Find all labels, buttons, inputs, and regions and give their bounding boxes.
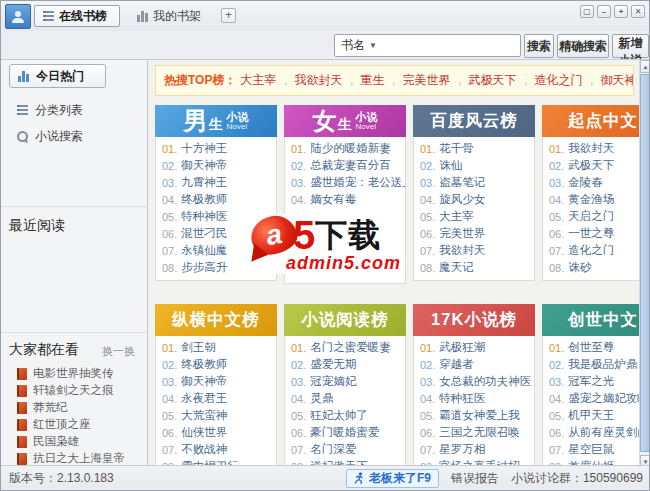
novel-link[interactable]: 御天神帝 <box>181 374 227 389</box>
nav-today-hot[interactable]: 今日热门 <box>9 64 106 88</box>
scrollbar-thumb[interactable] <box>640 74 650 452</box>
novel-rank-row[interactable]: 04.灵鼎 <box>285 390 405 407</box>
novel-link[interactable]: 总裁宠妻百分百 <box>310 158 391 173</box>
novel-link[interactable]: 女总裁的功夫神医 <box>439 374 531 389</box>
novel-rank-row[interactable]: 02.我是极品炉鼎 <box>543 356 650 373</box>
novel-link[interactable]: 旋风少女 <box>439 192 485 207</box>
user-avatar[interactable] <box>5 4 31 29</box>
novel-link[interactable]: 名门之蜜爱暖妻 <box>310 340 391 355</box>
novel-link[interactable]: 从前有座灵剑山 <box>568 425 649 440</box>
error-report-link[interactable]: 错误报告 <box>451 470 499 487</box>
novel-rank-row[interactable]: 06.从前有座灵剑山 <box>543 424 650 441</box>
novel-link[interactable]: 完美世界 <box>439 226 485 241</box>
novel-link[interactable]: 特种狂医 <box>439 391 485 406</box>
novel-link[interactable]: 诛仙 <box>439 158 462 173</box>
novel-rank-row[interactable]: 07.星空巨鼠 <box>543 441 650 458</box>
novel-link[interactable]: 豪门暖婚蜜爱 <box>310 425 379 440</box>
boss-key-button[interactable]: 老板来了F9 <box>346 469 439 488</box>
novel-link[interactable]: 武极狂潮 <box>439 340 485 355</box>
novel-rank-row[interactable]: 01.十方神王 <box>156 140 276 157</box>
novel-rank-row[interactable]: 05.大荒蛮神 <box>156 407 276 424</box>
novel-rank-row[interactable]: 06.豪门暖婚蜜爱 <box>285 424 405 441</box>
novel-link[interactable]: 步步高升 <box>181 260 227 275</box>
novel-link[interactable]: 星罗万相 <box>439 442 485 457</box>
novel-link[interactable]: 机甲天王 <box>568 408 614 423</box>
novel-rank-row[interactable]: 06.完美世界 <box>414 225 534 242</box>
novel-link[interactable]: 狂妃太帅了 <box>310 408 368 423</box>
novel-link[interactable]: 三国之无限召唤 <box>439 425 520 440</box>
theme-button[interactable]: ▢ <box>580 5 594 18</box>
novel-link[interactable]: 魔天记 <box>439 260 474 275</box>
novel-rank-row[interactable]: 01.剑王朝 <box>156 339 276 356</box>
novel-rank-row[interactable]: 04.嫡女有毒 <box>285 191 405 208</box>
book-list-item[interactable]: 电影世界抽奖传 <box>17 365 125 382</box>
nav-novel-search[interactable]: 小说搜索 <box>9 124 91 148</box>
novel-link[interactable]: 陆少的暖婚新妻 <box>310 141 391 156</box>
novel-rank-row[interactable]: 05.天启之门 <box>543 208 650 225</box>
book-list-item[interactable]: 轩辕剑之天之痕 <box>17 382 125 399</box>
maximize-button[interactable]: + <box>614 5 628 18</box>
novel-link[interactable]: 花千骨 <box>439 141 474 156</box>
hot-search-item[interactable]: 造化之门 <box>534 73 582 87</box>
novel-rank-row[interactable]: 03.盛世婚宠：老公送上门 <box>285 174 405 191</box>
hot-search-item[interactable]: 我欲封天 <box>294 73 342 87</box>
novel-link[interactable]: 十方神王 <box>181 141 227 156</box>
novel-rank-row[interactable]: 08.诛砂 <box>543 259 650 276</box>
novel-link[interactable]: 嫡女有毒 <box>310 192 356 207</box>
novel-rank-row[interactable]: 07.星罗万相 <box>414 441 534 458</box>
novel-rank-row[interactable]: 03.御天神帝 <box>156 373 276 390</box>
novel-link[interactable]: 盛爱无期 <box>310 357 356 372</box>
novel-link[interactable]: 盛宠之嫡妃攻略 <box>568 391 649 406</box>
novel-link[interactable]: 黄金渔场 <box>568 192 614 207</box>
hot-search-item[interactable]: 武极天下 <box>468 73 516 87</box>
novel-link[interactable]: 剑王朝 <box>181 340 216 355</box>
novel-rank-row[interactable]: 02.穿越者 <box>414 356 534 373</box>
novel-rank-row[interactable]: 04.盛宠之嫡妃攻略 <box>543 390 650 407</box>
novel-link[interactable]: 灵鼎 <box>310 391 333 406</box>
novel-rank-row[interactable]: 01.花千骨 <box>414 140 534 157</box>
hot-search-item[interactable]: 大主宰 <box>240 73 276 87</box>
novel-link[interactable]: 九霄神王 <box>181 175 227 190</box>
hot-search-item[interactable]: 御天神帝 <box>600 73 634 87</box>
novel-link[interactable]: 造化之门 <box>568 243 614 258</box>
novel-rank-row[interactable]: 04.永夜君王 <box>156 390 276 407</box>
novel-link[interactable]: 一世之尊 <box>568 226 614 241</box>
search-input[interactable]: 书名 ▼ <box>334 34 521 57</box>
novel-rank-row[interactable]: 02.终极教师 <box>156 356 276 373</box>
novel-link[interactable]: 特种神医 <box>181 209 227 224</box>
hot-search-item[interactable]: 完美世界 <box>402 73 450 87</box>
novel-rank-row[interactable]: 07.名门深爱 <box>285 441 405 458</box>
novel-link[interactable]: 大主宰 <box>439 209 474 224</box>
novel-link[interactable]: 冠宠嫡妃 <box>310 374 356 389</box>
novel-rank-row[interactable]: 01.陆少的暖婚新妻 <box>285 140 405 157</box>
close-button[interactable]: ✕ <box>631 5 645 18</box>
novel-rank-row[interactable]: 05.机甲天王 <box>543 407 650 424</box>
novel-link[interactable]: 穿越者 <box>439 357 474 372</box>
novel-link[interactable]: 御天神帝 <box>181 158 227 173</box>
novel-rank-row[interactable]: 07.我欲封天 <box>414 242 534 259</box>
novel-rank-row[interactable]: 03.女总裁的功夫神医 <box>414 373 534 390</box>
add-novel-button[interactable]: 新增小说 <box>612 34 649 58</box>
novel-rank-row[interactable]: 02.诛仙 <box>414 157 534 174</box>
novel-link[interactable]: 大荒蛮神 <box>181 408 227 423</box>
book-list-item[interactable]: 红世顶之座 <box>17 416 125 433</box>
novel-link[interactable]: 混世刁民 <box>181 226 227 241</box>
book-list-item[interactable]: 莽荒纪 <box>17 399 125 416</box>
novel-rank-row[interactable]: 02.御天神帝 <box>156 157 276 174</box>
novel-link[interactable]: 冠军之光 <box>568 374 614 389</box>
novel-link[interactable]: 我欲封天 <box>568 141 614 156</box>
novel-link[interactable]: 仙侠世界 <box>181 425 227 440</box>
novel-link[interactable]: 天启之门 <box>568 209 614 224</box>
novel-rank-row[interactable]: 02.武极天下 <box>543 157 650 174</box>
novel-rank-row[interactable]: 05.大主宰 <box>414 208 534 225</box>
refresh-link[interactable]: 换一换 <box>102 344 135 359</box>
search-button[interactable]: 搜索 <box>524 34 554 58</box>
novel-link[interactable]: 永夜君王 <box>181 391 227 406</box>
novel-link[interactable]: 盗墓笔记 <box>439 175 485 190</box>
search-field-selector[interactable]: 书名 <box>341 37 365 54</box>
novel-link[interactable]: 星空巨鼠 <box>568 442 614 457</box>
novel-rank-row[interactable]: 06.三国之无限召唤 <box>414 424 534 441</box>
scroll-up-arrow[interactable]: ▲ <box>640 60 650 73</box>
tab-my-bookshelf[interactable]: 我的书架 <box>129 5 209 27</box>
novel-rank-row[interactable]: 06.一世之尊 <box>543 225 650 242</box>
